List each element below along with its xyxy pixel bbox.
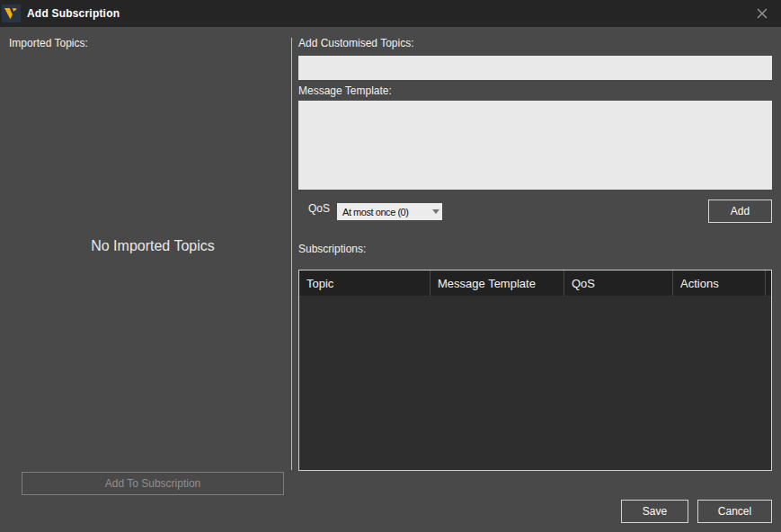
add-customised-topics-label: Add Customised Topics: — [298, 37, 414, 49]
imported-topics-list[interactable]: No Imported Topics — [14, 56, 291, 439]
app-logo-icon — [2, 4, 21, 22]
column-header-topic[interactable]: Topic — [299, 270, 430, 296]
message-template-label: Message Template: — [298, 84, 392, 97]
dropdown-arrow-icon — [432, 209, 439, 214]
column-header-message-template[interactable]: Message Template — [430, 270, 564, 296]
customised-topic-input[interactable] — [298, 56, 772, 80]
imported-topics-label: Imported Topics: — [9, 37, 88, 49]
panel-divider — [291, 38, 292, 470]
qos-selected-value: At most once (0) — [337, 207, 409, 217]
subscriptions-label: Subscriptions: — [298, 243, 366, 255]
close-button[interactable] — [752, 4, 772, 23]
subscriptions-table-header: Topic Message Template QoS Actions — [299, 270, 771, 296]
no-imported-topics-text: No Imported Topics — [14, 238, 291, 254]
window-title: Add Subscription — [27, 0, 120, 27]
subscriptions-table: Topic Message Template QoS Actions — [298, 270, 772, 471]
message-template-textarea[interactable] — [298, 101, 772, 190]
save-button[interactable]: Save — [621, 500, 688, 523]
qos-dropdown[interactable]: At most once (0) — [337, 203, 442, 220]
close-icon — [757, 8, 768, 19]
add-to-subscription-button[interactable]: Add To Subscription — [22, 472, 284, 495]
column-header-qos[interactable]: QoS — [564, 270, 673, 296]
titlebar: Add Subscription — [0, 0, 781, 27]
column-header-actions[interactable]: Actions — [673, 270, 766, 296]
subscriptions-table-body[interactable] — [299, 296, 771, 472]
column-header-filler — [766, 270, 771, 296]
add-subscription-dialog: Add Subscription Imported Topics: No Imp… — [0, 0, 781, 532]
cancel-button[interactable]: Cancel — [697, 500, 772, 523]
qos-label: QoS — [308, 202, 330, 215]
add-button[interactable]: Add — [708, 200, 772, 223]
